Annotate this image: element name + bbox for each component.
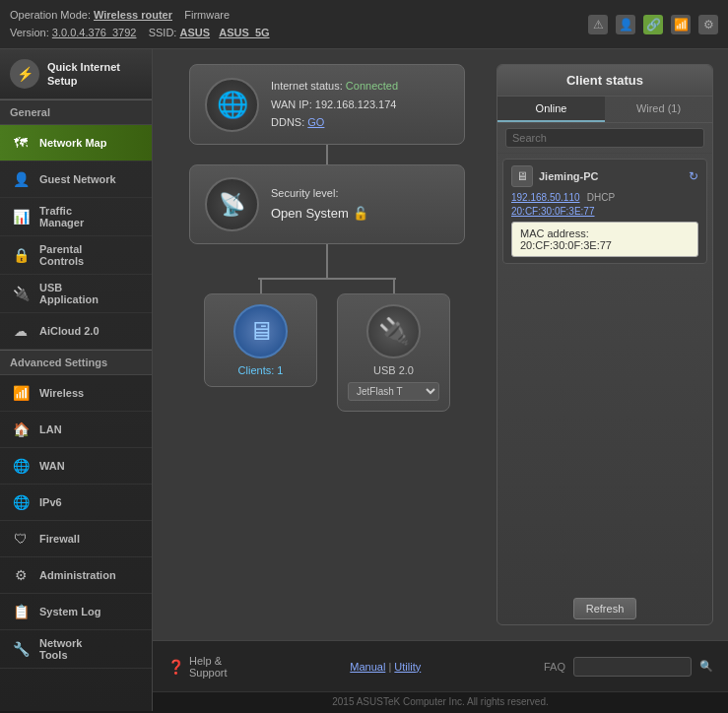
sidebar-item-system-log[interactable]: 📋 System Log — [0, 594, 152, 630]
sidebar-label-firewall: Firewall — [39, 533, 80, 545]
sidebar-item-ipv6[interactable]: 🌐 IPv6 — [0, 485, 152, 521]
client-item-header: 🖥 Jieming-PC ↻ — [511, 165, 698, 187]
topbar-icon-settings[interactable]: ⚙ — [698, 15, 718, 34]
aicloud-icon: ☁ — [10, 320, 32, 342]
sidebar: ⚡ Quick InternetSetup General 🗺 Network … — [0, 49, 153, 711]
quick-setup-icon: ⚡ — [10, 59, 39, 89]
router-box: 📡 Security level:Open System 🔓 — [189, 164, 465, 244]
client-status-panel: Client status Online Wired (1) 🖥 Jieming… — [496, 64, 713, 625]
sidebar-item-wireless[interactable]: 📶 Wireless — [0, 375, 152, 412]
sidebar-item-network-map[interactable]: 🗺 Network Map — [0, 125, 152, 162]
sidebar-item-parental-controls[interactable]: 🔒 ParentalControls — [0, 236, 152, 275]
manual-link[interactable]: Manual — [350, 661, 385, 673]
usb-label: USB 2.0 — [373, 364, 414, 376]
usb-box[interactable]: 🔌 USB 2.0 JetFlash T — [337, 293, 450, 412]
hline — [258, 278, 396, 280]
clients-box[interactable]: 🖥 Clients: 1 — [204, 293, 317, 387]
topbar-icons: ⚠ 👤 🔗 📶 ⚙ — [588, 15, 718, 34]
ssid-main: ASUS — [179, 27, 210, 38]
footer-faq: FAQ 🔍 — [544, 657, 713, 677]
help-icon: ❓ — [167, 659, 184, 675]
topbar-icon-warning[interactable]: ⚠ — [588, 15, 608, 34]
topbar-icon-network[interactable]: 🔗 — [643, 15, 663, 34]
faq-label: FAQ — [544, 661, 565, 673]
clients-icon: 🖥 — [233, 304, 288, 358]
footer-links: Manual | Utility — [242, 661, 529, 673]
copyright: 2015 ASUSTeK Computer Inc. All rights re… — [153, 691, 728, 711]
sidebar-item-wan[interactable]: 🌐 WAN — [0, 448, 152, 485]
router-icon: 📡 — [205, 177, 259, 231]
mac-tooltip-value: 20:CF:30:0F:3E:77 — [520, 239, 612, 251]
operation-mode-label: Operation Mode: — [10, 9, 91, 21]
sidebar-label-ipv6: IPv6 — [39, 496, 62, 508]
client-search-area — [497, 123, 712, 154]
lan-icon: 🏠 — [10, 419, 32, 440]
topbar-icon-signal[interactable]: 📶 — [671, 15, 691, 34]
usb-application-icon: 🔌 — [10, 283, 32, 304]
clients-label: Clients: 1 — [238, 364, 284, 376]
tab-wired[interactable]: Wired (1) — [605, 97, 712, 122]
sidebar-item-lan[interactable]: 🏠 LAN — [0, 412, 152, 448]
t-connector — [189, 244, 465, 279]
tab-online[interactable]: Online — [497, 97, 605, 122]
quick-setup-label: Quick InternetSetup — [47, 60, 120, 89]
wireless-icon: 📶 — [10, 382, 32, 404]
sidebar-item-usb-application[interactable]: 🔌 USBApplication — [0, 275, 152, 313]
sidebar-item-network-tools[interactable]: 🔧 NetworkTools — [0, 630, 152, 669]
sidebar-advanced-header: Advanced Settings — [0, 350, 152, 375]
sidebar-label-parental-controls: ParentalControls — [39, 243, 84, 267]
network-map-area: 🌐 Internet status: Connected WAN IP: 192… — [153, 49, 728, 640]
topbar-info: Operation Mode: Wireless router Firmware… — [10, 7, 588, 41]
quick-setup-item[interactable]: ⚡ Quick InternetSetup — [0, 49, 152, 99]
usb-icon: 🔌 — [366, 304, 421, 358]
footer-help: ❓ Help & Support — [167, 655, 228, 679]
sidebar-item-guest-network[interactable]: 👤 Guest Network — [0, 162, 152, 198]
sidebar-item-traffic-manager[interactable]: 📊 TrafficManager — [0, 198, 152, 236]
sidebar-item-firewall[interactable]: 🛡 Firewall — [0, 521, 152, 557]
client-mac-row: 20:CF:30:0F:3E:77 — [511, 204, 698, 218]
sidebar-label-usb-application: USBApplication — [39, 282, 99, 305]
usb-device-select[interactable]: JetFlash T — [348, 382, 439, 401]
footer: ❓ Help & Support Manual | Utility FAQ 🔍 — [153, 640, 728, 691]
client-tabs: Online Wired (1) — [497, 97, 712, 123]
sidebar-label-guest-network: Guest Network — [39, 173, 116, 185]
client-ip[interactable]: 192.168.50.110 — [511, 192, 580, 203]
internet-status-value: Connected — [346, 80, 398, 92]
operation-mode-value: Wireless router — [94, 9, 172, 21]
client-dhcp: DHCP — [587, 192, 615, 203]
ddns-link[interactable]: GO — [307, 116, 324, 128]
mac-tooltip: MAC address: 20:CF:30:0F:3E:77 — [511, 222, 698, 257]
client-name: Jieming-PC — [539, 170, 683, 182]
client-mac[interactable]: 20:CF:30:0F:3E:77 — [511, 206, 595, 217]
sidebar-label-network-map: Network Map — [39, 137, 106, 149]
help-label: Help & Support — [189, 655, 228, 679]
ssid-label: SSID: — [149, 27, 177, 38]
sidebar-label-aicloud: AiCloud 2.0 — [39, 325, 99, 337]
refresh-button[interactable]: Refresh — [573, 598, 637, 619]
utility-link[interactable]: Utility — [394, 661, 421, 673]
vline-1 — [326, 145, 328, 164]
client-search-input[interactable] — [505, 128, 704, 148]
client-ip-row: 192.168.50.110 DHCP — [511, 190, 698, 204]
network-map-icon: 🗺 — [10, 132, 32, 154]
version-value: 3.0.0.4.376_3792 — [52, 27, 137, 38]
topbar: Operation Mode: Wireless router Firmware… — [0, 0, 728, 49]
ddns-label: DDNS: — [271, 116, 304, 128]
internet-info: Internet status: Connected WAN IP: 192.1… — [271, 77, 398, 132]
content-area: 🌐 Internet status: Connected WAN IP: 192… — [153, 49, 728, 711]
sidebar-label-traffic-manager: TrafficManager — [39, 205, 84, 228]
sidebar-item-aicloud[interactable]: ☁ AiCloud 2.0 — [0, 313, 152, 350]
firmware-label: Firmware — [184, 9, 230, 21]
client-pc-icon: 🖥 — [511, 165, 533, 187]
vline-left — [260, 279, 262, 293]
topbar-icon-user[interactable]: 👤 — [616, 15, 635, 34]
wan-ip-label: WAN IP: — [271, 98, 312, 110]
search-icon[interactable]: 🔍 — [699, 660, 713, 673]
firewall-icon: 🛡 — [10, 528, 32, 550]
router-info: Security level:Open System 🔓 — [271, 184, 368, 225]
faq-search-input[interactable] — [573, 657, 692, 677]
ssid-5g: ASUS_5G — [219, 27, 269, 38]
sidebar-item-administration[interactable]: ⚙ Administration — [0, 557, 152, 594]
client-refresh-icon[interactable]: ↻ — [689, 169, 698, 183]
wan-icon: 🌐 — [10, 455, 32, 477]
